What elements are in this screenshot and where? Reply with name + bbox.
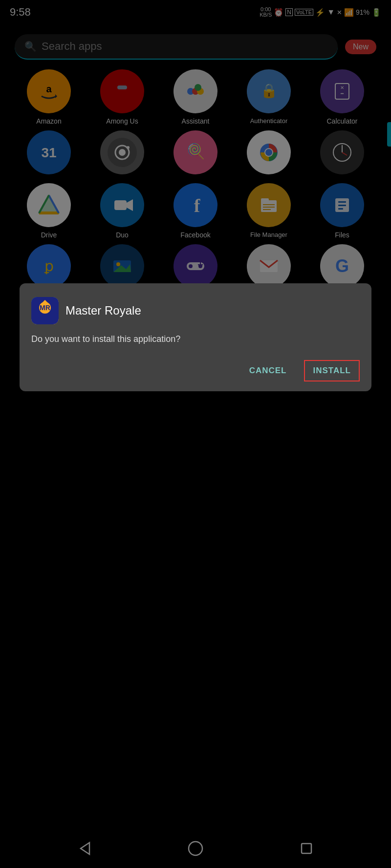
- dialog-message: Do you want to install this application?: [31, 333, 360, 345]
- dialog-buttons: CANCEL INSTALL: [31, 360, 360, 381]
- svg-text:MR: MR: [40, 304, 50, 312]
- install-button[interactable]: INSTALL: [304, 360, 360, 381]
- dialog-title-row: MR Master Royale: [31, 297, 360, 324]
- dialog-title: Master Royale: [65, 304, 141, 318]
- cancel-button[interactable]: CANCEL: [241, 360, 295, 381]
- install-dialog: MR Master Royale Do you want to install …: [20, 283, 371, 391]
- dim-overlay: [0, 0, 391, 868]
- dialog-app-icon: MR: [31, 297, 59, 324]
